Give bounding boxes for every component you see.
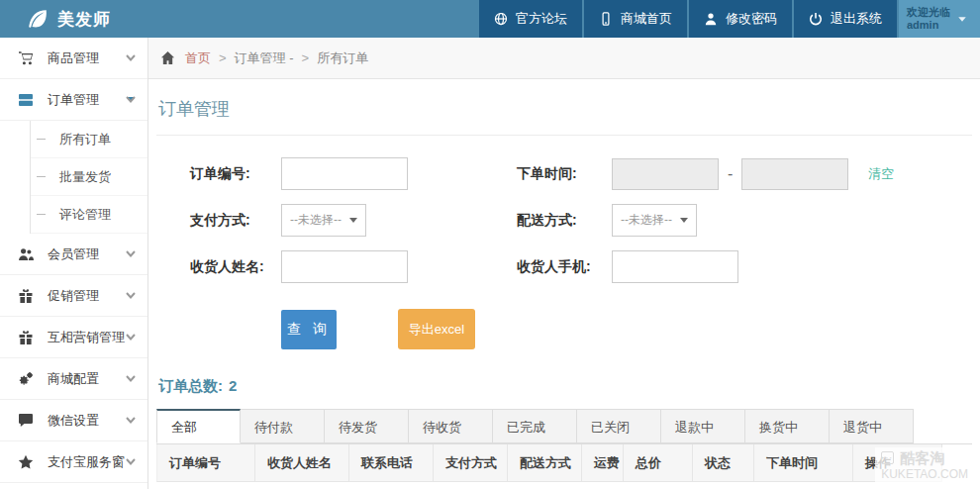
sidebar-item-alipay-service[interactable]: 支付宝服务窗 (0, 441, 147, 483)
sidebar-item-label: 微信设置 (48, 412, 99, 430)
submenu-review-management[interactable]: 评论管理 (31, 196, 147, 234)
main-content: 首页 > 订单管理 - > 所有订单 订单管理 订单编号: 下单时间: (148, 38, 980, 489)
col-pay-method: 支付方式 (434, 444, 508, 482)
chevron-down-icon (126, 371, 136, 386)
gift-icon (18, 330, 34, 345)
topnav: 官方论坛 商城首页 修改密码 退出系统 欢迎光临 admin (477, 0, 980, 38)
receiver-phone-label: 收货人手机: (517, 258, 612, 276)
submenu-all-orders[interactable]: 所有订单 (31, 121, 147, 158)
sidebar-item-label: 商城配置 (48, 370, 99, 388)
col-ship-method: 配送方式 (508, 444, 582, 482)
orders-submenu: 所有订单 批量发货 评论管理 (30, 121, 147, 234)
leaf-icon (28, 9, 48, 29)
col-contact-phone: 联系电话 (349, 444, 434, 482)
user-icon (704, 12, 718, 26)
topnav-mall-home-label: 商城首页 (621, 10, 672, 28)
watermark-name: 酷客淘 (900, 449, 944, 466)
topnav-change-password-label: 修改密码 (726, 10, 777, 28)
order-time-end-input[interactable] (741, 158, 848, 190)
tab-pending-payment[interactable]: 待付款 (241, 409, 325, 443)
search-button[interactable]: 查 询 (281, 310, 337, 349)
ship-method-selected: --未选择-- (621, 212, 672, 229)
chevron-down-icon (126, 50, 136, 65)
chevron-down-icon (126, 246, 136, 261)
dash-icon (37, 176, 46, 177)
topnav-mall-home[interactable]: 商城首页 (584, 0, 687, 38)
topnav-forum[interactable]: 官方论坛 (479, 0, 582, 38)
order-total: 订单总数:2 (156, 377, 972, 396)
sidebar-item-label: 互相营销管理 (48, 329, 125, 346)
sidebar-item-orders[interactable]: 订单管理 (0, 79, 147, 121)
col-status: 状态 (693, 444, 754, 482)
chevron-down-icon (126, 288, 136, 303)
topnav-logout[interactable]: 退出系统 (794, 0, 897, 38)
chevron-down-icon (126, 413, 136, 428)
order-time-label: 下单时间: (517, 165, 612, 183)
tab-pending-receipt[interactable]: 待收货 (409, 409, 493, 443)
order-time-start-input[interactable] (612, 158, 719, 190)
caret-down-icon (349, 218, 357, 223)
sidebar-item-wechat-settings[interactable]: 微信设置 (0, 400, 147, 441)
export-excel-button[interactable]: 导出excel (398, 309, 475, 349)
pay-method-label: 支付方式: (190, 212, 281, 230)
home-icon (160, 50, 175, 65)
filter-form: 订单编号: 下单时间: - 清空 支付方式: (156, 157, 972, 349)
sidebar-item-label: 促销管理 (48, 287, 99, 305)
page-body: 订单管理 订单编号: 下单时间: - 清空 (148, 79, 980, 489)
tab-pending-shipment[interactable]: 待发货 (325, 409, 409, 443)
watermark-icon: ··· (881, 451, 894, 464)
sidebar: 商品管理 订单管理 所有订单 批量发货 评论管理 (0, 38, 148, 489)
sidebar-item-cross-marketing[interactable]: 互相营销管理 (0, 317, 147, 358)
caret-down-icon (956, 13, 968, 25)
breadcrumb-separator: > (302, 50, 310, 65)
submenu-label: 评论管理 (59, 206, 111, 224)
topbar: 美发师 官方论坛 商城首页 修改密码 退出系统 欢迎光临 a (0, 0, 980, 38)
clear-dates-link[interactable]: 清空 (868, 165, 894, 183)
sidebar-item-members[interactable]: 会员管理 (0, 234, 147, 275)
sidebar-item-products[interactable]: 商品管理 (0, 38, 147, 79)
pay-method-selected: --未选择-- (290, 212, 342, 229)
chevron-down-icon (126, 454, 136, 469)
tab-refunding[interactable]: 退款中 (661, 409, 745, 443)
breadcrumb-home[interactable]: 首页 (185, 49, 211, 67)
globe-icon (494, 12, 508, 26)
gears-icon (18, 371, 34, 387)
users-icon (18, 246, 34, 262)
sidebar-item-promotions[interactable]: 促销管理 (0, 275, 147, 317)
submenu-label: 所有订单 (59, 131, 111, 148)
topnav-forum-label: 官方论坛 (516, 10, 567, 28)
col-receiver-name: 收货人姓名 (255, 444, 349, 482)
welcome-text: 欢迎光临 (907, 6, 950, 19)
app-root: 美发师 官方论坛 商城首页 修改密码 退出系统 欢迎光临 a (0, 0, 980, 489)
topnav-change-password[interactable]: 修改密码 (689, 0, 792, 38)
receiver-name-input[interactable] (281, 250, 408, 283)
tab-exchanging[interactable]: 换货中 (745, 409, 830, 443)
ship-method-select[interactable]: --未选择-- (612, 204, 697, 237)
power-icon (809, 12, 823, 26)
dash-icon (37, 214, 46, 215)
page-title: 订单管理 (156, 79, 972, 136)
tab-returning[interactable]: 退货中 (830, 409, 914, 443)
cart-icon (18, 50, 34, 66)
col-shipping-fee: 运费 (582, 444, 624, 482)
comment-icon (18, 413, 34, 429)
admin-dropdown[interactable]: 欢迎光临 admin (899, 0, 980, 38)
receiver-phone-input[interactable] (612, 250, 738, 283)
orders-icon (18, 92, 34, 108)
col-order-no: 订单编号 (156, 444, 255, 482)
order-no-input[interactable] (281, 157, 408, 190)
submenu-batch-ship[interactable]: 批量发货 (31, 158, 147, 196)
tab-completed[interactable]: 已完成 (493, 409, 577, 443)
sidebar-item-mall-config[interactable]: 商城配置 (0, 358, 147, 400)
topnav-logout-label: 退出系统 (831, 10, 882, 28)
orders-table-header: 订单编号 收货人姓名 联系电话 支付方式 配送方式 运费 总价 状态 下单时间 … (156, 444, 972, 482)
sidebar-item-label: 支付宝服务窗 (48, 453, 125, 471)
pay-method-select[interactable]: --未选择-- (281, 204, 366, 237)
watermark: ··· 酷客淘 KUKETAO.COM (875, 447, 974, 485)
watermark-domain: KUKETAO.COM (881, 466, 968, 483)
col-total-price: 总价 (624, 444, 693, 482)
mobile-icon (599, 12, 613, 26)
brand: 美发师 (0, 0, 257, 38)
tab-all[interactable]: 全部 (156, 409, 241, 443)
tab-closed[interactable]: 已关闭 (577, 409, 661, 443)
